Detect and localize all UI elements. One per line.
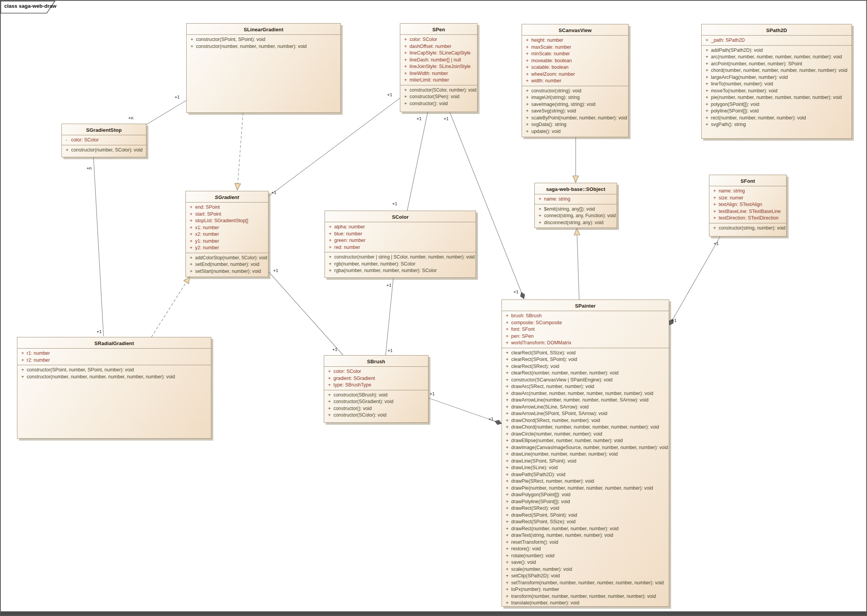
method-row: +constructor(SPen): void bbox=[400, 94, 477, 100]
visibility-marker: + bbox=[535, 220, 544, 226]
method-row: +drawImage(CanvasImageSource, number, nu… bbox=[502, 444, 669, 451]
attribute-row: +red: number bbox=[325, 244, 476, 251]
class-box-sbrush[interactable]: SBrush+color: SColor+gradient: SGradient… bbox=[324, 355, 428, 423]
attribute-row: +gradient: SGradient bbox=[324, 375, 428, 382]
method-text: constructor(SGradient): void bbox=[333, 398, 427, 405]
visibility-marker: + bbox=[502, 600, 511, 607]
method-text: drawRect(number, number, number, number)… bbox=[511, 526, 668, 533]
visibility-marker: + bbox=[186, 218, 195, 225]
class-box-scolor[interactable]: SColor+alpha: number+blue: number+green:… bbox=[325, 211, 476, 278]
method-text: constructor(SBrush): void bbox=[333, 392, 427, 399]
method-row: +constructor(number, SColor): void bbox=[62, 147, 146, 154]
method-row: +saveImage(string, string): void bbox=[522, 101, 628, 108]
class-box-sgradient[interactable]: SGradient+end: SPoint+start: SPoint+stop… bbox=[185, 191, 269, 277]
method-text: setTransform(number, number, number, num… bbox=[511, 580, 668, 587]
method-text: setStart(number, number): void bbox=[195, 268, 267, 275]
method-text: constructor(string, number): void bbox=[719, 225, 784, 232]
method-row: +constructor(): void bbox=[324, 405, 428, 412]
class-box-spainter[interactable]: SPainter+brush: SBrush+composite: SCompo… bbox=[502, 299, 669, 607]
attributes-compartment: +color: SColor+dashOffset: number+lineCa… bbox=[400, 35, 477, 85]
visibility-marker: + bbox=[324, 398, 333, 405]
method-row: +constructor(SColor, number): void bbox=[400, 87, 477, 94]
class-box-slineargradient[interactable]: SLinearGradient+constructor(SPoint, SPoi… bbox=[186, 23, 341, 113]
class-box-spath2d[interactable]: SPath2D+_path: SPath2D+addPath(SPath2D):… bbox=[701, 24, 852, 139]
method-text: scale(number, number): void bbox=[511, 566, 668, 573]
visibility-marker: + bbox=[522, 58, 531, 65]
visibility-marker: + bbox=[502, 559, 511, 566]
class-box-sradialgradient[interactable]: SRadialGradient+r1: number+r2: number+co… bbox=[17, 337, 211, 439]
attribute-row: +name: string bbox=[535, 196, 617, 203]
method-row: +arcPoint(number, number, number): SPoin… bbox=[702, 61, 852, 68]
method-row: +setEnd(number, number): void bbox=[186, 261, 268, 268]
attribute-text: r2: number bbox=[27, 357, 210, 364]
visibility-marker: + bbox=[502, 356, 511, 363]
class-box-sfont[interactable]: SFont+name: string+size: numer+textAlign… bbox=[709, 175, 787, 237]
class-box-spen[interactable]: SPen+color: SColor+dashOffset: number+li… bbox=[400, 23, 478, 112]
methods-compartment: +constructor(SColor, number): void+const… bbox=[400, 85, 477, 109]
attribute-row: +maxScale: number bbox=[522, 44, 628, 51]
class-box-sgradientstop[interactable]: SGradientStop-color: SColor+constructor(… bbox=[61, 124, 146, 157]
method-text: drawPie(SRect, number, number): void bbox=[511, 478, 668, 485]
visibility-marker: + bbox=[702, 47, 711, 54]
attribute-text: stopList: SGradientStop[] bbox=[195, 218, 267, 225]
attribute-row: +pen: SPen bbox=[502, 333, 669, 340]
attribute-row: +lineJoinStyle: SLineJoinStyle bbox=[400, 63, 477, 70]
method-row: +drawLine(SPoint, SPoint): void bbox=[502, 458, 669, 465]
attribute-row: +size: numer bbox=[709, 195, 786, 202]
attribute-text: height: number bbox=[531, 37, 627, 44]
method-row: +setClip(SPath2D): void bbox=[502, 573, 669, 580]
visibility-marker: + bbox=[502, 586, 511, 593]
method-row: +rect(number, number, number, number): v… bbox=[702, 115, 852, 122]
visibility-marker: + bbox=[709, 208, 719, 215]
visibility-marker: + bbox=[17, 367, 27, 374]
attribute-row: -color: SColor bbox=[62, 137, 146, 144]
method-row: +drawArrowLine(SLine, SArrow): void bbox=[502, 404, 669, 411]
method-row: +disconnect(string, any): void bbox=[535, 220, 617, 226]
method-text: polygon(SPoint[]): void bbox=[711, 101, 851, 108]
visibility-marker: + bbox=[709, 188, 719, 195]
method-row: +resetTransform(): void bbox=[502, 539, 669, 546]
visibility-marker: + bbox=[502, 437, 511, 444]
visibility-marker: + bbox=[502, 580, 511, 587]
method-text: drawArc(number, number, number, number, … bbox=[511, 390, 668, 397]
method-text: constructor(string): void bbox=[531, 88, 627, 95]
method-row: +largeArcFlag(number, number): void bbox=[702, 74, 852, 81]
visibility-marker: + bbox=[400, 57, 410, 64]
attribute-text: y2: number bbox=[195, 245, 267, 252]
methods-compartment: +constructor(string, number): void bbox=[709, 223, 786, 233]
method-text: imageUrl(string): string bbox=[531, 94, 627, 101]
methods-compartment: +constructor(number, SColor): void bbox=[62, 145, 146, 155]
method-row: +$emit(string, any[]): void bbox=[535, 206, 617, 213]
visibility-marker: + bbox=[502, 499, 511, 505]
class-title-spen: SPen bbox=[400, 24, 477, 35]
method-text: svgData(): string bbox=[531, 121, 627, 128]
visibility-marker: + bbox=[502, 478, 511, 485]
method-row: +drawCircle(number, number, number): voi… bbox=[502, 431, 669, 438]
method-text: constructor(SPoint, SPoint): void bbox=[196, 36, 340, 43]
visibility-marker: + bbox=[502, 505, 511, 512]
method-row: +clearRect(SRect): void bbox=[502, 363, 669, 370]
method-text: drawPolygon(SPoint[]): void bbox=[511, 492, 668, 499]
visibility-marker: + bbox=[502, 512, 511, 519]
method-row: +connect(string, any, Function): void bbox=[535, 213, 617, 220]
attribute-text: _path: SPath2D bbox=[711, 37, 851, 44]
attribute-row: +r1: number bbox=[17, 350, 211, 357]
class-box-scanvasview[interactable]: SCanvasView+height: number+maxScale: num… bbox=[522, 24, 629, 137]
visibility-marker: + bbox=[502, 410, 511, 417]
class-box-saga-web-base-sobject[interactable]: saga-web-base::SObject+name: string+$emi… bbox=[534, 183, 617, 228]
method-text: rect(number, number, number, number): vo… bbox=[711, 115, 851, 122]
attribute-row: +_path: SPath2D bbox=[702, 37, 852, 44]
visibility-marker: + bbox=[324, 405, 333, 412]
attribute-row: +textAlign: STextAlign bbox=[709, 201, 786, 208]
method-text: restore(): void bbox=[511, 546, 668, 553]
method-text: drawChord(SRect, number, number): void bbox=[511, 417, 668, 424]
method-text: drawCircle(number, number, number): void bbox=[511, 431, 668, 438]
method-text: drawRect(SRect): void bbox=[511, 505, 668, 512]
method-text: clearRect(SPoint, SPoint): void bbox=[511, 356, 668, 363]
method-text: clearRect(number, number, number, number… bbox=[511, 370, 668, 377]
visibility-marker: + bbox=[522, 44, 531, 51]
attribute-row: +lineWidth: number bbox=[400, 70, 477, 77]
visibility-marker: + bbox=[502, 444, 511, 451]
visibility-marker: + bbox=[522, 78, 531, 85]
method-text: polyline(SPoint[]): void bbox=[711, 108, 851, 115]
